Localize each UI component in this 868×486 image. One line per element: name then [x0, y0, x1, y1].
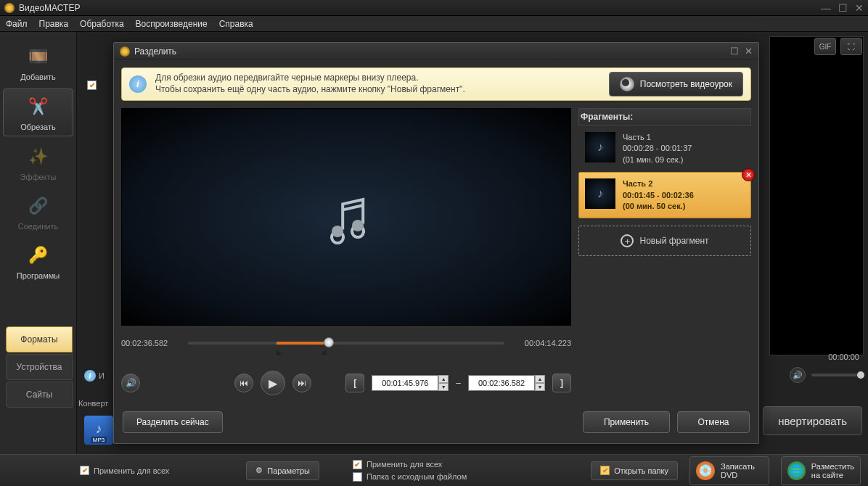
apply-all-label: Применить для всех: [94, 466, 169, 475]
key-icon: 🔑: [25, 242, 52, 268]
music-note-icon: ♪: [585, 132, 615, 162]
gear-icon: ⚙: [255, 466, 263, 475]
convert-button[interactable]: нвертировать: [763, 406, 862, 435]
sidebar-add[interactable]: 🎞️ Добавить: [3, 39, 73, 86]
play-button[interactable]: ▶: [261, 371, 285, 395]
folder-icon: ✔: [600, 466, 610, 475]
volume-slider[interactable]: [811, 374, 862, 376]
music-note-icon: [317, 188, 375, 246]
app-logo-icon: [4, 3, 15, 13]
bg-info-row: i И: [84, 370, 105, 382]
scissors-icon: ✂️: [25, 94, 52, 120]
format-mp3-tile[interactable]: MP3: [84, 416, 113, 445]
timeline-start-time: 00:02:36.582: [121, 339, 168, 347]
in-time-spinner[interactable]: ▲▼: [438, 375, 449, 391]
open-folder-button[interactable]: ✔ Открыть папку: [591, 461, 678, 480]
in-time-input[interactable]: 00:01:45.976: [372, 375, 438, 391]
sidebar-programs[interactable]: 🔑 Программы: [3, 238, 73, 284]
src-folder-checkbox[interactable]: .: [353, 472, 362, 482]
gif-button[interactable]: GIF: [814, 38, 836, 55]
next-frame-button[interactable]: ⏭: [292, 374, 311, 392]
timeline-cursor[interactable]: [324, 337, 334, 347]
globe-icon: 🌐: [787, 461, 806, 480]
menu-playback[interactable]: Воспроизведение: [136, 19, 208, 29]
sidebar-effects[interactable]: ✨ Эффекты: [3, 139, 73, 186]
fragment-delete-button[interactable]: ✕: [742, 168, 755, 181]
split-dialog: Разделить ☐ ✕ i Для обрезки аудио передв…: [113, 42, 759, 444]
dialog-title: Разделить: [134, 46, 730, 57]
bottom-strip: ✔ Применить для всех ⚙ Параметры ✔ Приме…: [0, 454, 868, 486]
tab-devices[interactable]: Устройства: [6, 354, 73, 380]
svg-point-1: [352, 220, 364, 231]
fragments-header: Фрагменты:: [578, 108, 751, 125]
out-time-input[interactable]: 00:02:36.582: [468, 375, 535, 391]
preview-time: 00:00:00: [828, 353, 859, 361]
bg-file-checkbox[interactable]: ✔: [87, 80, 97, 90]
player-viewport[interactable]: [121, 108, 571, 326]
close-button[interactable]: ✕: [855, 2, 864, 14]
plus-icon: +: [621, 234, 634, 247]
apply-all-checkbox[interactable]: ✔: [80, 466, 89, 475]
out-time-spinner[interactable]: ▲▼: [535, 375, 545, 391]
webcam-icon: [620, 77, 634, 91]
prev-frame-button[interactable]: ⏮: [234, 374, 253, 392]
parameters-button[interactable]: ⚙ Параметры: [246, 461, 319, 480]
cancel-button[interactable]: Отмена: [677, 411, 750, 433]
dialog-logo-icon: [120, 46, 130, 57]
timeline-end-time: 00:04:14.223: [525, 339, 571, 347]
fragments-list: ♪ Часть 1 00:00:28 - 00:01:37 (01 мин. 0…: [578, 125, 751, 256]
sidebar-join[interactable]: 🔗 Соединить: [3, 189, 73, 235]
dialog-titlebar[interactable]: Разделить ☐ ✕: [114, 43, 758, 60]
menu-process[interactable]: Обработка: [80, 19, 124, 29]
timeline-track[interactable]: ◣ ◢: [188, 342, 504, 345]
maximize-button[interactable]: ☐: [838, 2, 848, 14]
burn-dvd-button[interactable]: 💿 ЗаписатьDVD: [689, 456, 769, 485]
info-icon: i: [129, 75, 147, 93]
fullscreen-button[interactable]: ⛶: [840, 38, 862, 55]
sparkle-icon: ✨: [25, 144, 52, 170]
timeline[interactable]: 00:02:36.582 00:04:14.223 ◣ ◢: [121, 339, 571, 368]
publish-button[interactable]: 🌐 Разместитьна сайте: [781, 456, 861, 485]
sidebar-cut[interactable]: ✂️ Обрезать: [3, 88, 73, 136]
split-now-button[interactable]: Разделить сейчас: [123, 411, 223, 433]
preview-panel: [769, 36, 864, 355]
menu-file[interactable]: Файл: [6, 19, 28, 29]
tab-formats[interactable]: Форматы: [6, 326, 73, 353]
new-fragment-button[interactable]: + Новый фрагмент: [578, 226, 751, 256]
marker-in-icon[interactable]: ◣: [277, 347, 282, 355]
set-in-button[interactable]: [: [345, 374, 364, 392]
info-icon: i: [84, 370, 96, 382]
dialog-close-button[interactable]: ✕: [745, 46, 753, 57]
window-titlebar: ВидеоМАСТЕР — ☐ ✕: [0, 0, 868, 16]
disc-icon: 💿: [696, 461, 715, 480]
link-icon: 🔗: [25, 193, 52, 219]
fragment-item[interactable]: ♪ Часть 1 00:00:28 - 00:01:37 (01 мин. 0…: [578, 125, 751, 172]
watch-tutorial-button[interactable]: Посмотреть видеоурок: [609, 72, 743, 96]
set-out-button[interactable]: ]: [552, 374, 571, 392]
fragment-item[interactable]: ♪ Часть 2 00:01:45 - 00:02:36 (00 мин. 5…: [578, 172, 751, 218]
music-note-icon: ♪: [585, 178, 615, 209]
info-banner: i Для обрезки аудио передвигайте черные …: [121, 67, 751, 101]
dialog-maximize-button[interactable]: ☐: [730, 46, 739, 57]
svg-point-0: [332, 226, 343, 237]
apply-button[interactable]: Применить: [583, 411, 670, 433]
bg-convert-label: Конверт: [78, 399, 108, 408]
tab-sites[interactable]: Сайты: [6, 382, 73, 408]
marker-out-icon[interactable]: ◢: [321, 347, 327, 355]
menu-edit[interactable]: Правка: [39, 19, 69, 29]
app-title: ВидеоМАСТЕР: [19, 3, 821, 13]
volume-icon[interactable]: 🔊: [790, 367, 806, 383]
menu-help[interactable]: Справка: [219, 19, 253, 29]
timeline-selection[interactable]: [277, 342, 324, 345]
menu-bar: Файл Правка Обработка Воспроизведение Сп…: [0, 16, 868, 32]
film-plus-icon: 🎞️: [25, 44, 52, 70]
minimize-button[interactable]: —: [821, 2, 831, 14]
mute-button[interactable]: 🔊: [121, 374, 140, 392]
apply-all-2-checkbox[interactable]: ✔: [353, 460, 362, 469]
